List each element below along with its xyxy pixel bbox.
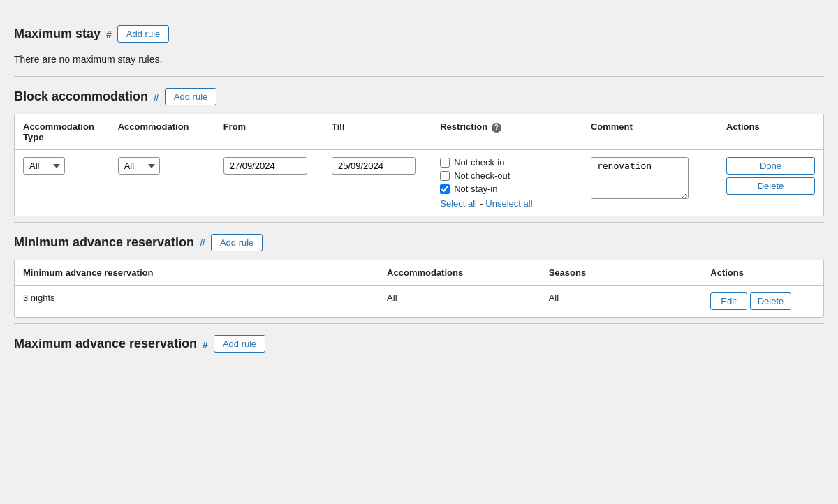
seasons-value-cell: All — [541, 286, 703, 318]
col-header-from: From — [215, 114, 323, 150]
min-advance-value-cell: 3 nights — [15, 286, 378, 318]
block-accommodation-title: Block accommodation — [14, 89, 148, 104]
unselect-all-button[interactable]: Unselect all — [485, 198, 532, 209]
accommodation-cell: All — [110, 150, 215, 216]
not-stay-in-row: Not stay-in — [440, 184, 574, 194]
done-button[interactable]: Done — [726, 157, 815, 175]
not-check-in-checkbox[interactable] — [440, 158, 450, 168]
minimum-advance-title: Minimum advance reservation — [14, 235, 194, 250]
block-accommodation-table: Accommodation Type Accommodation From Ti… — [15, 114, 823, 216]
accommodation-type-select[interactable]: All — [23, 157, 65, 175]
minimum-advance-reservation-section: Minimum advance reservation # Add rule M… — [14, 223, 824, 318]
maximum-stay-empty-message: There are no maximum stay rules. — [14, 51, 824, 76]
table-row: 3 nights All All Edit Delete — [15, 286, 823, 318]
maximum-advance-title: Maximum advance reservation — [14, 336, 197, 351]
restriction-info-icon[interactable]: ? — [492, 123, 501, 133]
col-header-seasons: Seasons — [541, 260, 703, 286]
maximum-stay-add-rule-button[interactable]: Add rule — [117, 25, 169, 43]
minimum-advance-header-row: Minimum advance reservation Accommodatio… — [15, 260, 823, 286]
col-header-min-advance: Minimum advance reservation — [15, 260, 378, 286]
restriction-options: Not check-in Not check-out Not stay-in — [440, 157, 574, 209]
comment-textarea[interactable]: renovation — [591, 157, 689, 199]
maximum-advance-add-rule-button[interactable]: Add rule — [214, 335, 265, 353]
comment-cell: renovation — [582, 150, 718, 216]
col-header-actions-mar: Actions — [702, 260, 823, 286]
maximum-stay-hash: # — [106, 29, 112, 40]
not-check-out-row: Not check-out — [440, 170, 574, 181]
accommodation-select[interactable]: All — [118, 157, 160, 175]
minimum-advance-header: Minimum advance reservation # Add rule — [14, 223, 824, 260]
col-header-till: Till — [323, 114, 432, 150]
maximum-advance-reservation-section: Maximum advance reservation # Add rule — [14, 324, 824, 361]
from-cell — [215, 150, 323, 216]
minimum-advance-table-container: Minimum advance reservation Accommodatio… — [14, 260, 824, 318]
accommodation-type-cell: All — [15, 150, 110, 216]
maximum-advance-hash: # — [203, 339, 208, 350]
block-accommodation-table-container: Accommodation Type Accommodation From Ti… — [14, 114, 824, 216]
restriction-cell: Not check-in Not check-out Not stay-in — [432, 150, 582, 216]
maximum-advance-header: Maximum advance reservation # Add rule — [14, 324, 824, 361]
from-date-input[interactable] — [223, 157, 307, 175]
accommodations-value-cell: All — [378, 286, 541, 318]
not-check-out-checkbox[interactable] — [440, 171, 450, 181]
action-buttons: Done Delete — [726, 157, 815, 195]
minimum-advance-add-rule-button[interactable]: Add rule — [211, 234, 263, 251]
delete-button[interactable]: Delete — [726, 177, 815, 195]
block-accommodation-header-row: Accommodation Type Accommodation From Ti… — [15, 114, 823, 150]
col-header-comment: Comment — [582, 114, 718, 150]
col-header-accommodation-type: Accommodation Type — [15, 114, 110, 150]
col-header-actions: Actions — [718, 114, 823, 150]
not-check-out-label: Not check-out — [454, 170, 510, 181]
minimum-advance-table: Minimum advance reservation Accommodatio… — [15, 260, 823, 317]
block-accommodation-section: Block accommodation # Add rule Accommoda… — [14, 77, 824, 216]
not-check-in-label: Not check-in — [454, 157, 504, 168]
maximum-stay-section: Maximum stay # Add rule There are no max… — [14, 14, 824, 76]
block-accommodation-hash: # — [154, 91, 159, 103]
select-unselect-row: Select all - Unselect all — [440, 198, 574, 209]
minimum-advance-hash: # — [200, 237, 205, 249]
block-accommodation-header: Block accommodation # Add rule — [14, 77, 824, 114]
maximum-stay-title: Maximum stay — [14, 27, 101, 41]
not-stay-in-checkbox[interactable] — [440, 184, 450, 194]
till-date-input[interactable] — [332, 157, 416, 175]
maximum-stay-header: Maximum stay # Add rule — [14, 14, 824, 51]
restriction-header-text: Restriction — [440, 121, 487, 132]
block-accommodation-add-rule-button[interactable]: Add rule — [165, 88, 216, 105]
mar-actions-cell: Edit Delete — [702, 286, 823, 318]
till-cell — [323, 150, 432, 216]
mar-delete-button[interactable]: Delete — [750, 292, 792, 310]
table-row: All All — [15, 150, 823, 216]
mar-action-buttons: Edit Delete — [710, 292, 815, 310]
col-header-accommodation: Accommodation — [110, 114, 215, 150]
not-check-in-row: Not check-in — [440, 157, 574, 168]
col-header-restriction: Restriction ? — [432, 114, 582, 150]
select-all-button[interactable]: Select all — [440, 198, 477, 209]
not-stay-in-label: Not stay-in — [454, 184, 497, 194]
col-header-accommodations: Accommodations — [378, 260, 541, 286]
mar-edit-button[interactable]: Edit — [710, 292, 747, 310]
actions-cell: Done Delete — [718, 150, 823, 216]
link-separator: - — [480, 198, 483, 209]
